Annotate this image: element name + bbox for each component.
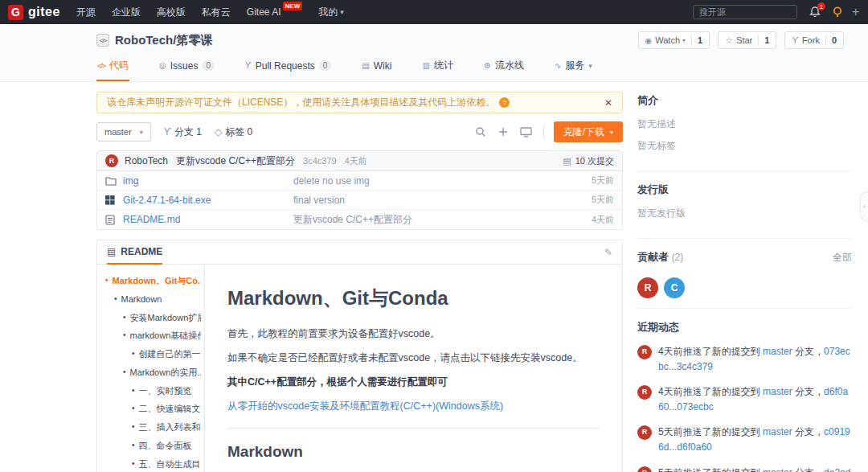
branches-link[interactable]: 分支 1 xyxy=(164,125,202,139)
close-icon[interactable]: ✕ xyxy=(604,97,612,109)
toc-item[interactable]: •Markdown的实用... xyxy=(105,367,201,379)
search-file-icon[interactable] xyxy=(475,126,486,137)
file-name-link[interactable]: README.md xyxy=(123,214,293,225)
branch-link[interactable]: master xyxy=(763,386,792,397)
gitee-logo[interactable]: G gitee xyxy=(8,5,60,20)
action-label: Watch xyxy=(655,35,680,45)
repo-tab[interactable]: Issues0 xyxy=(158,55,215,81)
toc-item[interactable]: •一、实时预览 xyxy=(105,386,201,397)
gitee-logo-icon: G xyxy=(8,5,23,20)
no-tags-text: 暂无标签 xyxy=(637,139,852,153)
toc-item[interactable]: •Markdown xyxy=(105,294,201,306)
file-commit-message-link[interactable]: final version xyxy=(293,195,583,206)
bell-icon[interactable]: 1 xyxy=(809,6,821,18)
tag-icon xyxy=(215,126,225,137)
repo-tab[interactable]: 流水线 xyxy=(483,55,525,81)
navbar-menu-label: 开源 xyxy=(76,6,96,19)
navbar-right: 1 + xyxy=(693,5,863,19)
navbar-menu: 开源 企业版 高校版 私有云 Gitee AINEW 我的▾ xyxy=(76,6,360,19)
toc-item[interactable]: •Markdown、Git与Co... xyxy=(105,276,201,287)
chevron-down-icon: ▾ xyxy=(140,129,143,136)
navbar-menu-item[interactable]: 高校版 xyxy=(157,6,186,19)
file-commit-message-link[interactable]: delete no use img xyxy=(293,175,583,187)
help-icon[interactable]: ? xyxy=(499,97,510,108)
avatar[interactable]: R xyxy=(637,277,658,298)
toc-item[interactable]: •五、自动生成目... xyxy=(105,459,201,470)
readme-toc: •Markdown、Git与Co... •Markdown •安装Markdow… xyxy=(97,265,205,472)
repo-action-button[interactable]: Star1 xyxy=(718,31,776,49)
repo-tab[interactable]: Wiki xyxy=(361,55,392,81)
contributors-all-link[interactable]: 全部 xyxy=(833,251,852,265)
tags-link[interactable]: 标签 0 xyxy=(215,125,252,139)
avatar[interactable]: R xyxy=(105,154,118,167)
activity-prefix: 5天前推送了新的提交到 xyxy=(658,467,760,472)
file-name-link[interactable]: Git-2.47.1-64-bit.exe xyxy=(123,195,293,206)
tab-icon xyxy=(245,61,252,70)
file-row[interactable]: img delete no use img 5天前 xyxy=(97,171,622,191)
bullet-icon: • xyxy=(132,349,135,360)
commit-author[interactable]: RoboTech xyxy=(125,155,168,166)
branch-link[interactable]: master xyxy=(763,426,792,437)
toc-item[interactable]: •markdown基础操作 xyxy=(105,330,201,342)
bullet-icon: • xyxy=(132,404,135,415)
activity-mid: 分支， xyxy=(795,346,824,357)
avatar[interactable]: C xyxy=(664,277,685,298)
assistant-lamp-icon[interactable] xyxy=(831,6,844,18)
tab-label: 代码 xyxy=(109,59,129,72)
avatar[interactable]: R xyxy=(637,425,652,440)
activity-mid: 分支， xyxy=(795,386,824,397)
global-search-input[interactable] xyxy=(693,5,797,19)
repo-action-button[interactable]: Watch▾1 xyxy=(638,31,710,49)
file-commit-message-link[interactable]: 更新vscode C/C++配置部分 xyxy=(293,213,583,227)
toc-item[interactable]: •三、插入列表和... xyxy=(105,422,201,433)
readme-header: README xyxy=(97,240,622,265)
commits-count-link[interactable]: 10 次提交 xyxy=(563,155,614,167)
toc-item[interactable]: •四、命令面板 xyxy=(105,441,201,452)
activity-text: 5天前推送了新的提交到 master 分支，c09196d...d6f0a60 xyxy=(658,425,852,454)
activity-text: 4天前推送了新的提交到 master 分支，d6f0a60...073ecbc xyxy=(658,384,852,414)
toc-item-label: Markdown xyxy=(121,294,162,306)
tab-label: Wiki xyxy=(374,60,392,72)
branch-link[interactable]: master xyxy=(763,467,792,472)
commit-hash-link[interactable]: 3c4c379 xyxy=(303,156,337,166)
current-branch-label: master xyxy=(104,127,132,137)
navbar-menu-item[interactable]: 企业版 xyxy=(112,6,141,19)
file-row[interactable]: Git-2.47.1-64-bit.exe final version 5天前 xyxy=(97,191,622,210)
avatar[interactable]: R xyxy=(637,466,652,472)
file-row[interactable]: README.md 更新vscode C/C++配置部分 4天前 xyxy=(97,210,622,229)
navbar-menu-item[interactable]: 开源 xyxy=(76,6,96,19)
readme-tab[interactable]: README xyxy=(107,240,162,265)
clone-download-button[interactable]: 克隆/下载 ▾ xyxy=(554,121,623,142)
plus-icon[interactable]: + xyxy=(852,5,863,19)
repo-tab[interactable]: 服务▾ xyxy=(554,55,593,81)
web-ide-icon[interactable] xyxy=(520,127,532,137)
branch-selector[interactable]: master ▾ xyxy=(96,122,151,142)
branch-link[interactable]: master xyxy=(763,346,792,357)
about-section: 简介 暂无描述 暂无标签 xyxy=(637,92,852,171)
avatar[interactable]: R xyxy=(637,345,652,359)
repo-action-button[interactable]: Fork0 xyxy=(784,31,844,49)
releases-title: 发行版 xyxy=(637,183,852,197)
navbar-menu-item[interactable]: Gitee AINEW xyxy=(247,6,302,18)
toc-item[interactable]: •安装Markdown扩展 xyxy=(105,313,201,324)
activity-list: R 4天前推送了新的提交到 master 分支，073ecbc...3c4c37… xyxy=(637,344,852,472)
toc-item-label: 安装Markdown扩展 xyxy=(130,313,201,324)
repo-tab[interactable]: 代码 xyxy=(96,55,129,81)
toc-item[interactable]: •创建自己的第一... xyxy=(105,349,201,360)
commit-message-link[interactable]: 更新vscode C/C++配置部分 xyxy=(176,154,295,168)
repo-tab[interactable]: Pull Requests0 xyxy=(244,55,332,81)
readme-link[interactable]: 从零开始的vscode安装及环境配置教程(C/C++)(Windows系统) xyxy=(227,400,503,412)
chevron-down-icon: ▾ xyxy=(340,8,344,16)
bullet-icon: • xyxy=(123,313,126,324)
file-name-link[interactable]: img xyxy=(123,175,293,187)
toc-item[interactable]: •二、快速编辑文... xyxy=(105,404,201,415)
contributors-count: (2) xyxy=(672,252,684,263)
avatar[interactable]: R xyxy=(637,385,652,400)
edit-icon[interactable] xyxy=(604,247,612,258)
new-badge: NEW xyxy=(283,2,303,10)
latest-commit-bar: R RoboTech 更新vscode C/C++配置部分 3c4c379 4天… xyxy=(97,151,622,171)
repo-tab[interactable]: 统计 xyxy=(421,55,453,81)
navbar-menu-item[interactable]: 我的▾ xyxy=(318,6,344,19)
navbar-menu-item[interactable]: 私有云 xyxy=(202,6,231,19)
new-file-icon[interactable] xyxy=(497,126,509,137)
